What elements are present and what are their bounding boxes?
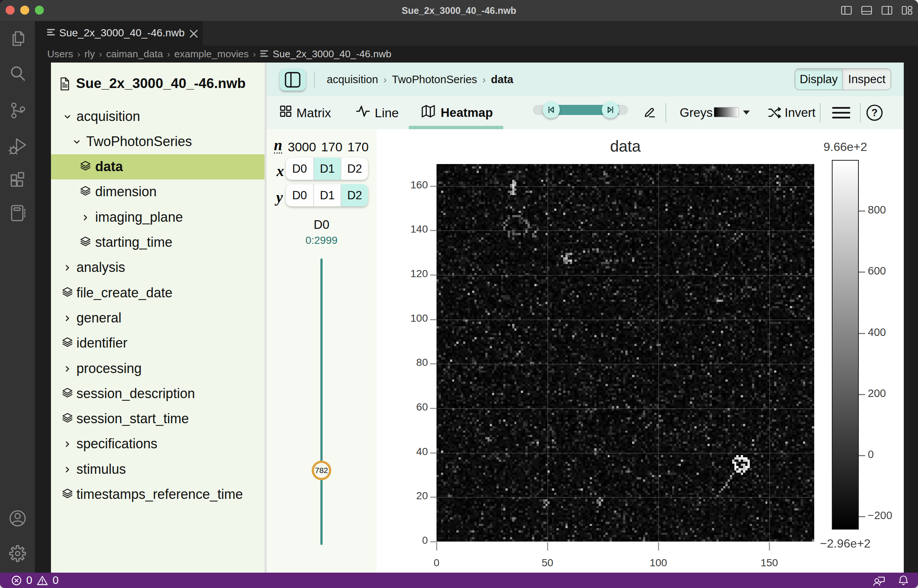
svg-text:?: ?: [871, 107, 878, 118]
